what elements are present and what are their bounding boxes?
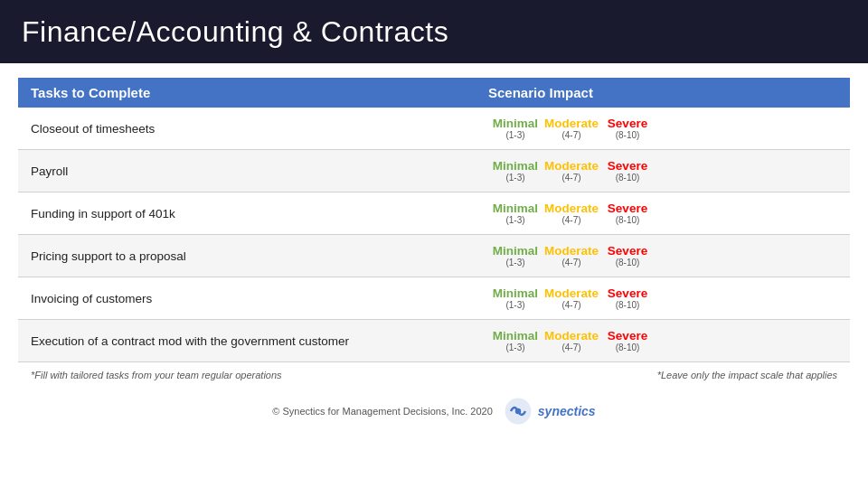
synectics-logo: synectics xyxy=(504,397,596,426)
impact-item: Minimal(1-3) xyxy=(488,159,542,183)
col-header-tasks: Tasks to Complete xyxy=(18,78,476,108)
task-cell: Payroll xyxy=(18,150,476,192)
impact-item: Severe(8-10) xyxy=(600,202,655,225)
footnote-right: *Leave only the impact scale that applie… xyxy=(657,370,837,380)
main-content: Tasks to Complete Scenario Impact Closeo… xyxy=(0,63,868,391)
footnotes: *Fill with tailored tasks from your team… xyxy=(18,362,850,384)
footer: © Synectics for Management Decisions, In… xyxy=(0,391,868,431)
table-row: PayrollMinimal(1-3)Moderate(4-7)Severe(8… xyxy=(18,150,850,192)
synectics-brand-text: synectics xyxy=(538,404,596,418)
impact-cell: Minimal(1-3)Moderate(4-7)Severe(8-10) xyxy=(476,320,850,362)
impact-item: Severe(8-10) xyxy=(600,159,655,183)
footnote-left: *Fill with tailored tasks from your team… xyxy=(31,370,282,380)
table-row: Funding in support of 401kMinimal(1-3)Mo… xyxy=(18,192,850,235)
task-cell: Invoicing of customers xyxy=(18,277,476,320)
impact-cell: Minimal(1-3)Moderate(4-7)Severe(8-10) xyxy=(476,150,850,192)
task-cell: Closeout of timesheets xyxy=(18,108,476,150)
table-row: Closeout of timesheetsMinimal(1-3)Modera… xyxy=(18,108,850,150)
impact-item: Minimal(1-3) xyxy=(488,117,542,140)
impact-item: Minimal(1-3) xyxy=(488,329,542,352)
task-cell: Funding in support of 401k xyxy=(18,192,476,235)
impact-item: Moderate(4-7) xyxy=(544,202,599,225)
synectics-icon xyxy=(504,397,533,426)
task-cell: Pricing support to a proposal xyxy=(18,235,476,277)
impact-cell: Minimal(1-3)Moderate(4-7)Severe(8-10) xyxy=(476,235,850,277)
impact-item: Severe(8-10) xyxy=(600,286,655,310)
impact-item: Moderate(4-7) xyxy=(544,117,599,140)
impact-item: Severe(8-10) xyxy=(600,329,655,352)
impact-cell: Minimal(1-3)Moderate(4-7)Severe(8-10) xyxy=(476,192,850,235)
tasks-table: Tasks to Complete Scenario Impact Closeo… xyxy=(18,78,850,362)
impact-item: Moderate(4-7) xyxy=(544,159,599,183)
impact-cell: Minimal(1-3)Moderate(4-7)Severe(8-10) xyxy=(476,108,850,150)
impact-item: Moderate(4-7) xyxy=(544,329,599,352)
table-row: Execution of a contract mod with the gov… xyxy=(18,320,850,362)
header-title: Finance/Accounting & Contracts xyxy=(22,15,448,49)
copyright-text: © Synectics for Management Decisions, In… xyxy=(272,406,493,417)
impact-item: Minimal(1-3) xyxy=(488,244,542,267)
table-row: Invoicing of customersMinimal(1-3)Modera… xyxy=(18,277,850,320)
header: Finance/Accounting & Contracts xyxy=(0,0,868,63)
impact-item: Minimal(1-3) xyxy=(488,286,542,310)
impact-item: Severe(8-10) xyxy=(600,117,655,140)
col-header-impact: Scenario Impact xyxy=(476,78,850,108)
impact-item: Moderate(4-7) xyxy=(544,286,599,310)
impact-item: Severe(8-10) xyxy=(600,244,655,267)
impact-cell: Minimal(1-3)Moderate(4-7)Severe(8-10) xyxy=(476,277,850,320)
impact-item: Moderate(4-7) xyxy=(544,244,599,267)
svg-point-1 xyxy=(515,408,521,414)
table-row: Pricing support to a proposalMinimal(1-3… xyxy=(18,235,850,277)
impact-item: Minimal(1-3) xyxy=(488,202,542,225)
task-cell: Execution of a contract mod with the gov… xyxy=(18,320,476,362)
